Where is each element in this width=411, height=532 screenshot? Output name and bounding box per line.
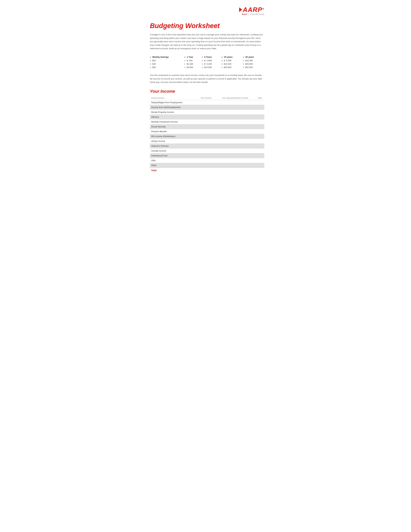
income-spouse-inheritance xyxy=(215,153,255,158)
income-row-veterans: Veteran's Pension xyxy=(150,143,264,148)
income-table: Income Source Your Income Your Spouse/Pa… xyxy=(150,96,264,173)
income-source-investment: Monthly Investment Income xyxy=(150,119,197,124)
income-total-other xyxy=(255,163,264,168)
logo-aarp-block: AARP® xyxy=(239,6,264,13)
income-total-alimony xyxy=(255,114,264,119)
income-your-pension xyxy=(197,129,215,134)
income-table-header-row: Income Source Your Income Your Spouse/Pa… xyxy=(150,96,264,100)
savings-col-5yr: » 5 Years xyxy=(202,55,221,59)
income-total-veterans xyxy=(255,143,264,148)
income-your-401k xyxy=(197,139,215,143)
income-total-pension xyxy=(255,129,264,134)
income-total-gifts xyxy=(255,158,264,163)
income-source-annuity: Annuity Income xyxy=(150,148,197,153)
savings-10yr-50: » $26,000 xyxy=(222,66,243,69)
income-col-spouse-income: Your Spouse/Partner's Income xyxy=(215,96,255,100)
income-spouse-annuity xyxy=(215,148,255,153)
savings-5yr-50: » $13,000 xyxy=(202,66,221,69)
logo-tagline-separator: | xyxy=(248,13,250,16)
income-source-other: Other xyxy=(150,163,197,168)
page-header: AARP® Real | Possibilities xyxy=(150,6,264,16)
savings-row-20: » $20 » $1,040 » $ 5,200 » $10,400 » $20… xyxy=(150,62,264,66)
income-spouse-rental xyxy=(215,110,255,114)
income-total-label: Total xyxy=(150,168,197,173)
income-row-annuity: Annuity Income xyxy=(150,148,264,153)
savings-1yr-10: » $ 520 xyxy=(184,59,202,62)
income-row-salary: Salary/Wages from Employment xyxy=(150,100,264,105)
income-source-veterans: Veteran's Pension xyxy=(150,143,197,148)
income-spouse-gifts xyxy=(215,158,255,163)
savings-weekly-50: » $50 xyxy=(150,66,184,69)
logo-registered: ® xyxy=(262,8,264,10)
savings-col-1yr: » 1 Year xyxy=(184,55,202,59)
savings-weekly-10: » $10 xyxy=(150,59,184,62)
income-source-ira: IRA Income (Distribution) xyxy=(150,134,197,139)
aarp-logo: AARP® Real | Possibilities xyxy=(239,6,264,16)
income-total-rental xyxy=(255,110,264,114)
income-your-social-security xyxy=(197,124,215,129)
savings-header-row: » Weekly Savings » 1 Year » 5 Years » 10… xyxy=(150,55,264,59)
income-row-ira: IRA Income (Distribution) xyxy=(150,134,264,139)
income-footer-row: Total xyxy=(150,168,264,173)
income-source-rental: Rental Property Income xyxy=(150,110,197,114)
income-spouse-401k xyxy=(215,139,255,143)
income-source-alimony: Alimony xyxy=(150,114,197,119)
savings-5yr-20: » $ 5,200 xyxy=(202,62,221,66)
income-spouse-veterans xyxy=(215,143,255,148)
income-total-401k xyxy=(255,139,264,143)
income-your-veterans xyxy=(197,143,215,148)
income-source-social-security: Social Security xyxy=(150,124,197,129)
income-row-gifts: Gifts xyxy=(150,158,264,163)
savings-1yr-20: » $1,040 xyxy=(184,62,202,66)
income-spouse-investment xyxy=(215,119,255,124)
income-source-salary: Salary/Wages from Employment xyxy=(150,100,197,105)
income-section-title: Your Income xyxy=(150,89,264,94)
income-your-alimony xyxy=(197,114,215,119)
income-row-self-employment: Income from Self-Employment xyxy=(150,105,264,110)
income-spouse-ira xyxy=(215,134,255,139)
income-spouse-salary xyxy=(215,100,255,105)
income-total-inheritance xyxy=(255,153,264,158)
income-your-other xyxy=(197,163,215,168)
intro-text: A budget is one of the most important to… xyxy=(150,33,264,50)
income-source-self-employment: Income from Self-Employment xyxy=(150,105,197,110)
income-spouse-self-employment xyxy=(215,105,255,110)
income-col-source: Income Source xyxy=(150,96,197,100)
income-total-salary xyxy=(255,100,264,105)
savings-row-50: » $50 » $2,600 » $13,000 » $26,000 » $52… xyxy=(150,66,264,69)
savings-row-10: » $10 » $ 520 » $ 2,600 » $ 5,200 » $10,… xyxy=(150,59,264,62)
income-total-spouse xyxy=(215,168,255,173)
savings-10yr-10: » $ 5,200 xyxy=(222,59,243,62)
income-row-investment: Monthly Investment Income xyxy=(150,119,264,124)
income-total-social-security xyxy=(255,124,264,129)
savings-20yr-20: » $20,800 xyxy=(243,62,264,66)
savings-1yr-50: » $2,600 xyxy=(184,66,202,69)
savings-10yr-20: » $10,400 xyxy=(222,62,243,66)
logo-tagline-possibilities: Possibilities xyxy=(250,13,264,16)
income-row-pension: Pension Benefit xyxy=(150,129,264,134)
income-row-alimony: Alimony xyxy=(150,114,264,119)
savings-weekly-20: » $20 xyxy=(150,62,184,66)
page-title: Budgeting Worksheet xyxy=(150,22,264,30)
income-total-annuity xyxy=(255,148,264,153)
income-spouse-pension xyxy=(215,129,255,134)
income-total-sum xyxy=(255,168,264,173)
income-your-gifts xyxy=(197,158,215,163)
income-col-your-income: Your Income xyxy=(197,96,215,100)
income-your-rental xyxy=(197,110,215,114)
income-source-inheritance: Inheritance/Trust xyxy=(150,153,197,158)
savings-20yr-50: » $52,000 xyxy=(243,66,264,69)
income-col-total: Total xyxy=(255,96,264,100)
income-source-pension: Pension Benefit xyxy=(150,129,197,134)
logo-tagline-real: Real xyxy=(242,13,247,16)
logo-aarp-text: AARP® xyxy=(243,6,264,13)
income-row-social-security: Social Security xyxy=(150,124,264,129)
income-total-investment xyxy=(255,119,264,124)
income-row-other: Other xyxy=(150,163,264,168)
logo-chevron-icon xyxy=(239,7,242,12)
income-row-401k: 401(k) Income xyxy=(150,139,264,143)
savings-table: » Weekly Savings » 1 Year » 5 Years » 10… xyxy=(150,55,264,69)
income-your-self-employment xyxy=(197,105,215,110)
income-your-inheritance xyxy=(197,153,215,158)
income-total-self-employment xyxy=(255,105,264,110)
